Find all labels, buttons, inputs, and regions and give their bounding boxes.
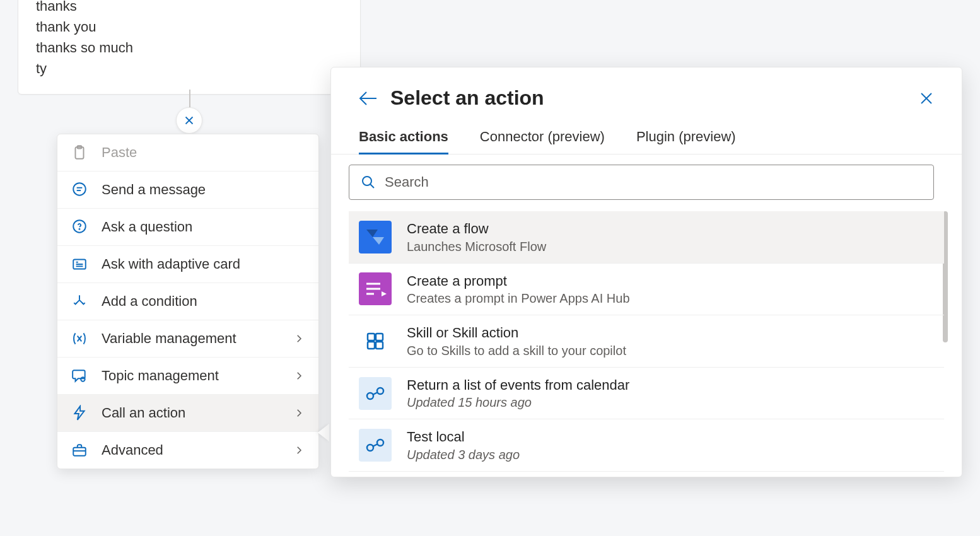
- variable-icon: [71, 330, 88, 347]
- menu-item-variable-mgmt[interactable]: Variable management: [57, 320, 318, 358]
- svg-rect-18: [73, 448, 86, 456]
- menu-item-label: Advanced: [102, 442, 293, 458]
- menu-item-label: Call an action: [102, 405, 293, 421]
- menu-item-topic-mgmt[interactable]: Topic management: [57, 358, 318, 395]
- menu-item-label: Ask a question: [102, 219, 305, 235]
- add-node-button[interactable]: [176, 107, 202, 134]
- menu-item-ask-adaptive[interactable]: Ask with adaptive card: [57, 246, 318, 283]
- flow-small-icon: [359, 377, 392, 410]
- menu-item-label: Send a message: [102, 182, 305, 198]
- skill-icon: [359, 325, 392, 358]
- branch-icon: [71, 293, 88, 310]
- back-button[interactable]: [359, 91, 378, 106]
- chevron-right-icon: [293, 370, 305, 382]
- action-subtitle: Go to Skills to add a skill to your copi…: [407, 344, 626, 358]
- svg-rect-36: [376, 342, 383, 349]
- gear-chat-icon: [71, 368, 88, 384]
- svg-rect-35: [368, 342, 375, 349]
- menu-item-send-message[interactable]: Send a message: [57, 172, 318, 209]
- menu-item-add-condition[interactable]: Add a condition: [57, 283, 318, 320]
- card-icon: [71, 256, 88, 272]
- bolt-icon: [71, 405, 88, 421]
- menu-item-label: Add a condition: [102, 293, 305, 310]
- action-title: Skill or Skill action: [407, 324, 626, 342]
- select-action-panel: Select an action Basic actions Connector…: [330, 67, 962, 477]
- svg-rect-34: [376, 334, 383, 341]
- svg-point-8: [79, 229, 79, 230]
- briefcase-icon: [71, 442, 88, 458]
- search-input[interactable]: [385, 174, 922, 190]
- action-skill[interactable]: Skill or Skill action Go to Skills to ad…: [349, 315, 944, 368]
- close-icon: [919, 91, 934, 106]
- search-box[interactable]: [349, 165, 934, 200]
- svg-rect-33: [368, 334, 375, 341]
- action-subtitle: Launches Microsoft Flow: [407, 240, 546, 254]
- flow-small-icon: [359, 429, 392, 462]
- search-icon: [361, 175, 376, 190]
- close-button[interactable]: [919, 91, 934, 106]
- prompt-icon: [359, 272, 392, 305]
- action-title: Return a list of events from calendar: [407, 376, 629, 395]
- action-subtitle: Creates a prompt in Power Apps AI Hub: [407, 291, 630, 306]
- menu-item-call-action[interactable]: Call an action: [57, 395, 318, 432]
- action-title: Create a flow: [407, 220, 546, 238]
- svg-point-4: [73, 183, 86, 195]
- action-calendar-events[interactable]: Return a list of events from calendar Up…: [349, 368, 944, 420]
- node-context-menu: Paste Send a message Ask a question Ask …: [57, 134, 319, 469]
- chat-question-icon: [71, 219, 88, 235]
- menu-item-label: Ask with adaptive card: [102, 256, 305, 272]
- flow-icon: [359, 221, 392, 253]
- menu-item-label: Variable management: [102, 330, 293, 347]
- tab-connector[interactable]: Connector (preview): [480, 129, 605, 154]
- tab-basic-actions[interactable]: Basic actions: [359, 129, 448, 154]
- tab-plugin[interactable]: Plugin (preview): [636, 129, 736, 154]
- menu-item-ask-question[interactable]: Ask a question: [57, 209, 318, 246]
- action-test-local[interactable]: Test local Updated 3 days ago: [349, 419, 944, 472]
- svg-point-23: [363, 177, 371, 185]
- trigger-phrase: ty: [36, 58, 342, 79]
- panel-tabs: Basic actions Connector (preview) Plugin…: [331, 116, 962, 154]
- trigger-phrase: thanks so much: [36, 37, 342, 58]
- trigger-phrase: thanks: [36, 0, 342, 16]
- flyout-pointer: [318, 424, 329, 441]
- svg-line-24: [370, 184, 374, 188]
- action-title: Test local: [407, 428, 520, 446]
- action-list: Create a flow Launches Microsoft Flow Cr…: [349, 211, 944, 472]
- chevron-right-icon: [293, 445, 305, 456]
- chevron-right-icon: [293, 333, 305, 344]
- action-create-prompt[interactable]: Create a prompt Creates a prompt in Powe…: [349, 264, 944, 316]
- chevron-right-icon: [293, 407, 305, 419]
- menu-item-advanced[interactable]: Advanced: [57, 432, 318, 469]
- trigger-phrases-card: thanks thank you thanks so much ty: [18, 0, 361, 95]
- panel-title: Select an action: [390, 86, 544, 110]
- clipboard-icon: [71, 144, 88, 161]
- trigger-phrase: thank you: [36, 16, 342, 37]
- chat-icon: [71, 182, 88, 198]
- arrow-left-icon: [359, 91, 378, 106]
- menu-item-paste: Paste: [57, 134, 318, 172]
- menu-item-label: Topic management: [102, 368, 293, 384]
- menu-item-label: Paste: [102, 144, 305, 161]
- svg-point-16: [81, 377, 85, 382]
- action-subtitle: Updated 3 days ago: [407, 448, 520, 462]
- action-create-flow[interactable]: Create a flow Launches Microsoft Flow: [349, 211, 944, 264]
- action-subtitle: Updated 15 hours ago: [407, 395, 629, 410]
- action-title: Create a prompt: [407, 272, 630, 291]
- svg-marker-17: [74, 406, 84, 420]
- close-icon: [182, 114, 196, 127]
